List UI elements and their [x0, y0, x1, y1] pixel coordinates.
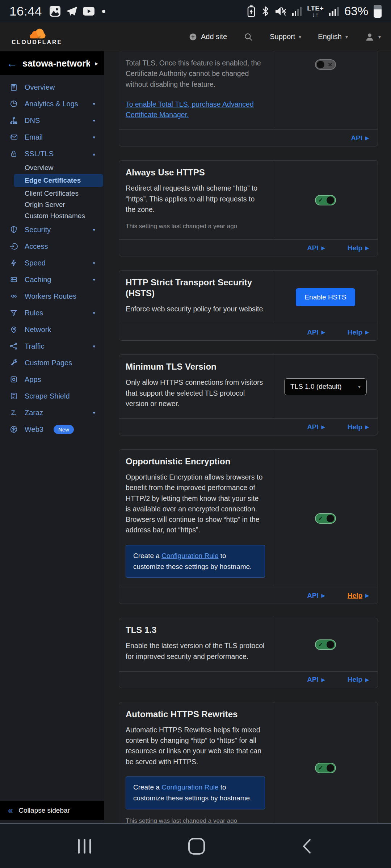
card-title: Automatic HTTPS Rewrites: [126, 709, 265, 720]
user-icon: [365, 32, 375, 42]
back-arrow-icon[interactable]: ←: [7, 58, 17, 69]
enable-hsts-button[interactable]: Enable HSTS: [296, 288, 355, 306]
signal-strength-icon-2: [329, 7, 339, 16]
email-icon: [9, 133, 18, 141]
sidebar-item-analytics-logs[interactable]: Analytics & Logs ▾: [0, 95, 104, 112]
search-button[interactable]: [244, 32, 253, 42]
automatic-https-rewrites-toggle[interactable]: ✓: [315, 763, 336, 773]
lightning-bolt-icon: [9, 259, 18, 267]
sidebar-item-traffic[interactable]: Traffic ▾: [0, 338, 104, 354]
sidebar-item-zaraz[interactable]: Zaraz ▾: [0, 404, 104, 421]
sidebar-item-ssl-tls[interactable]: SSL/TLS ▴: [0, 145, 104, 162]
sidebar-item-web3[interactable]: Web3 New: [0, 421, 104, 438]
help-link[interactable]: Help ▶: [348, 676, 369, 684]
card-description: Redirect all requests with scheme “http”…: [126, 183, 265, 215]
toggle-knob: [327, 641, 334, 648]
card-total-tls: Total TLS. Once this feature is enabled,…: [119, 51, 378, 146]
shield-icon: [9, 225, 18, 234]
configuration-rule-infobox: Create a Configuration Rule to customize…: [126, 776, 265, 809]
signal-strength-icon: [292, 7, 302, 16]
add-site-button[interactable]: Add site: [189, 33, 227, 41]
configuration-rule-infobox: Create a Configuration Rule to customize…: [126, 545, 265, 578]
card-description: Total TLS. Once this feature is enabled,…: [126, 58, 265, 90]
chevron-down-icon: ▾: [299, 34, 301, 40]
select-value: TLS 1.0 (default): [290, 383, 342, 391]
sidebar-item-rules[interactable]: Rules ▾: [0, 305, 104, 321]
sidebar-item-email[interactable]: Email ▾: [0, 129, 104, 145]
site-header[interactable]: ← satowa-network.at ▸: [0, 51, 104, 75]
sidebar-subitem-custom-hostnames[interactable]: Custom Hostnames: [0, 210, 104, 221]
card-always-use-https: Always Use HTTPS Redirect all requests w…: [119, 160, 378, 256]
card-description: Opportunistic Encryption allows browsers…: [126, 472, 265, 536]
triangle-right-icon: ▶: [321, 677, 325, 682]
collapse-sidebar-button[interactable]: « Collapse sidebar: [0, 801, 104, 820]
lte-indicator: LTE+ ↓↑: [307, 5, 324, 18]
telegram-icon: [66, 6, 77, 17]
sidebar-subitem-client-certificates[interactable]: Client Certificates: [0, 188, 104, 199]
api-link[interactable]: API ▶: [307, 328, 325, 336]
zaraz-icon: [9, 408, 18, 417]
api-link[interactable]: API ▶: [307, 676, 325, 684]
min-tls-version-select[interactable]: TLS 1.0 (default) ▾: [284, 378, 367, 395]
sidebar-item-custom-pages[interactable]: Custom Pages: [0, 354, 104, 371]
toggle-knob: [327, 764, 334, 772]
site-name: satowa-network.at: [22, 58, 90, 69]
card-minimum-tls-version: Minimum TLS Version Only allow HTTPS con…: [119, 354, 378, 435]
language-menu[interactable]: English ▾: [318, 33, 348, 41]
purchase-acm-link[interactable]: To enable Total TLS, purchase Advanced C…: [126, 99, 265, 120]
chevron-down-icon: ▾: [93, 410, 95, 416]
lte-arrows-icon: ↓↑: [312, 12, 319, 18]
triangle-right-icon: ▶: [321, 329, 325, 335]
sidebar-item-apps[interactable]: Apps: [0, 371, 104, 388]
home-button[interactable]: [188, 838, 205, 855]
clock-time: 16:44: [9, 4, 42, 18]
account-menu[interactable]: ▾: [365, 32, 381, 42]
chevron-down-icon: ▾: [378, 34, 381, 40]
api-link[interactable]: API ▶: [307, 244, 325, 252]
gallery-icon: [50, 6, 60, 17]
sidebar-subitem-origin-server[interactable]: Origin Server: [0, 199, 104, 210]
help-link[interactable]: Help ▶: [348, 423, 369, 431]
card-opportunistic-encryption: Opportunistic Encryption Opportunistic E…: [119, 449, 378, 604]
always-use-https-toggle[interactable]: ✓: [315, 195, 336, 205]
cloudflare-logo[interactable]: CLOUDFLARE: [12, 29, 62, 45]
caching-stack-icon: [9, 275, 18, 284]
toggle-knob: [317, 61, 324, 68]
sidebar-subitem-edge-certificates[interactable]: Edge Certificates: [14, 174, 103, 187]
help-link[interactable]: Help ▶: [348, 328, 369, 336]
opportunistic-encryption-toggle[interactable]: ✓: [315, 513, 336, 524]
last-changed-note: This setting was last changed a year ago: [126, 223, 265, 230]
brand-name: CLOUDFLARE: [12, 39, 62, 45]
card-title: Always Use HTTPS: [126, 167, 265, 178]
help-link[interactable]: Help ▶: [348, 244, 369, 252]
sidebar-item-security[interactable]: Security ▾: [0, 221, 104, 238]
sidebar-item-scrape-shield[interactable]: Scrape Shield: [0, 388, 104, 404]
sidebar-item-workers-routes[interactable]: Workers Routes: [0, 288, 104, 305]
sidebar-item-caching[interactable]: Caching ▾: [0, 271, 104, 288]
apps-icon: [9, 375, 18, 384]
recents-button[interactable]: [78, 839, 91, 854]
help-link[interactable]: Help ▶: [348, 592, 369, 600]
triangle-right-icon: ▶: [321, 245, 325, 251]
check-icon: ✓: [318, 515, 323, 522]
tls-1-3-toggle[interactable]: ✓: [315, 639, 336, 650]
sidebar-item-dns[interactable]: DNS ▾: [0, 112, 104, 129]
sidebar-subitem-ssl-overview[interactable]: Overview: [0, 162, 104, 173]
plus-circle-icon: [189, 33, 197, 41]
api-link[interactable]: API ▶: [307, 423, 325, 431]
sidebar-item-speed[interactable]: Speed ▾: [0, 255, 104, 271]
android-back-button[interactable]: [302, 838, 311, 854]
sidebar-item-network[interactable]: Network: [0, 321, 104, 338]
sidebar-item-access[interactable]: Access: [0, 238, 104, 255]
access-login-icon: [9, 242, 18, 251]
chevron-up-icon: ▴: [93, 151, 95, 157]
sidebar-item-overview[interactable]: Overview: [0, 79, 104, 95]
api-link[interactable]: API ▶: [351, 134, 369, 142]
chevron-right-icon: ▸: [95, 60, 98, 67]
total-tls-toggle[interactable]: ✕: [315, 59, 336, 70]
triangle-right-icon: ▶: [365, 593, 369, 598]
configuration-rule-link[interactable]: Configuration Rule: [161, 552, 218, 559]
support-menu[interactable]: Support ▾: [270, 33, 301, 41]
api-link[interactable]: API ▶: [307, 592, 325, 600]
configuration-rule-link[interactable]: Configuration Rule: [161, 783, 218, 791]
